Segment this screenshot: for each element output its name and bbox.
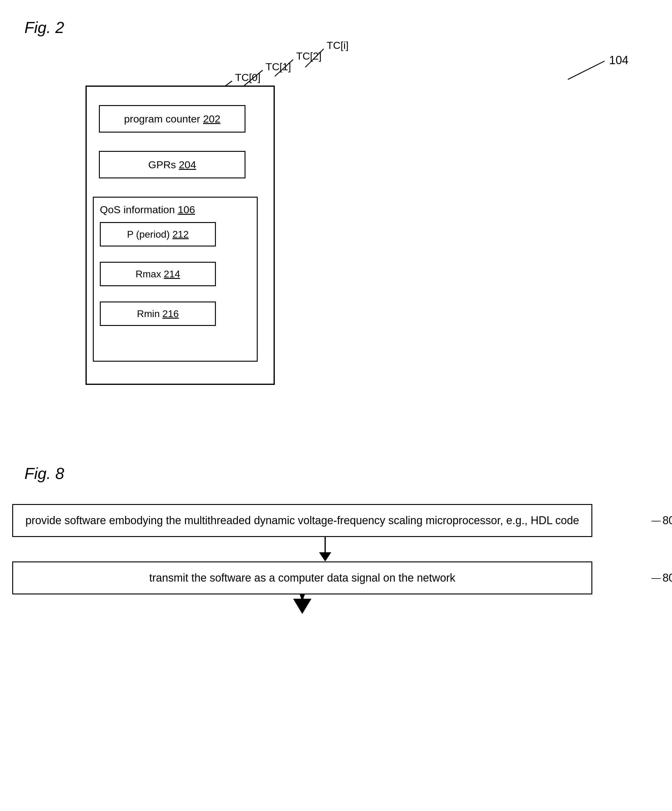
svg-marker-14	[319, 552, 331, 562]
qos-label: QoS information 106	[100, 204, 195, 215]
rmin-ref: 216	[162, 308, 179, 319]
rmax-label: Rmax 214	[135, 268, 180, 280]
svg-text:104: 104	[609, 54, 628, 66]
rmin-box: Rmin 216	[100, 302, 216, 326]
tc-stack: program counter 202 GPRs 204 QoS informa…	[85, 49, 376, 416]
flow-box-2: transmit the software as a computer data…	[12, 562, 592, 594]
rmin-label: Rmin 216	[137, 308, 179, 319]
tc-card-0: program counter 202 GPRs 204 QoS informa…	[85, 85, 275, 385]
flow-arrow	[12, 537, 638, 562]
flow-box-1: provide software embodying the multithre…	[12, 504, 592, 537]
gprs-box: GPRs 204	[99, 151, 245, 178]
flow-ref-804: — 804	[652, 572, 672, 584]
flow-row-1: provide software embodying the multithre…	[12, 504, 638, 537]
qos-outer-box: QoS information 106 P (period) 212 Rmax …	[93, 197, 258, 361]
gprs-ref: 204	[179, 159, 196, 170]
flow-row-2: transmit the software as a computer data…	[12, 562, 638, 594]
p-period-label: P (period) 212	[127, 229, 189, 240]
fig2-label: Fig. 2	[24, 18, 64, 37]
flow-box-2-text: transmit the software as a computer data…	[149, 572, 455, 584]
fig8-label: Fig. 8	[24, 464, 64, 483]
p-period-ref: 212	[173, 229, 189, 240]
page-container: Fig. 2 104 TC[0] TC[1] TC[2] TC[i]	[0, 0, 672, 811]
svg-line-0	[568, 61, 604, 80]
svg-marker-12	[293, 599, 311, 614]
program-counter-box: program counter 202	[99, 105, 245, 132]
flowchart: provide software embodying the multithre…	[12, 504, 638, 594]
rmax-ref: 214	[164, 268, 180, 280]
program-counter-ref: 202	[203, 113, 220, 125]
arrow-svg	[313, 537, 337, 562]
program-counter-label: program counter 202	[124, 113, 220, 125]
rmax-box: Rmax 214	[100, 262, 216, 286]
flow-box-1-text: provide software embodying the multithre…	[25, 514, 579, 527]
gprs-label: GPRs 204	[148, 159, 196, 171]
qos-ref: 106	[178, 204, 195, 215]
flow-ref-802: — 802	[652, 514, 672, 527]
p-period-box: P (period) 212	[100, 222, 216, 246]
